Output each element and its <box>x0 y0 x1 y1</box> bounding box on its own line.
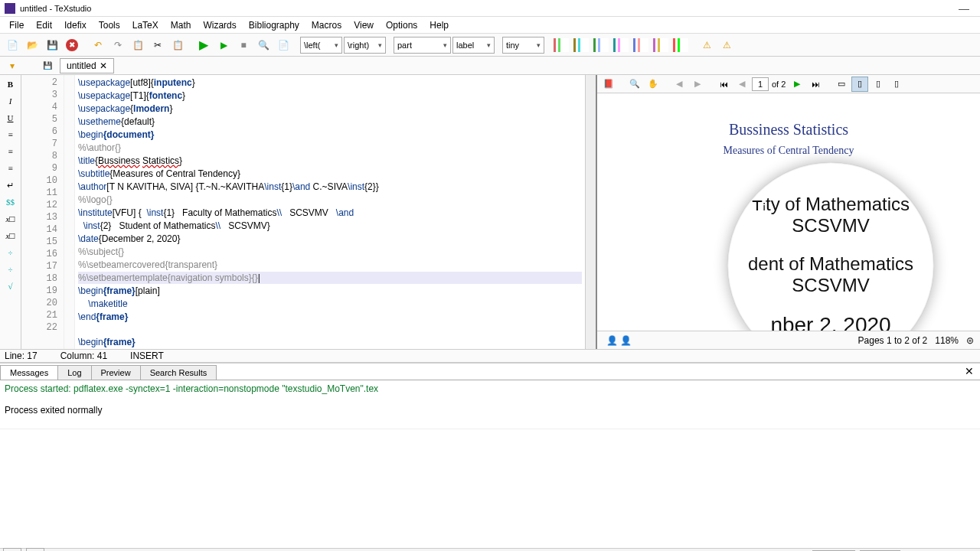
code-editor[interactable]: 2345678910111213141516171819202122 \usep… <box>21 75 596 349</box>
align-left-button[interactable]: ≡ <box>2 127 19 142</box>
table-btn-1[interactable] <box>552 36 570 54</box>
titlebar: untitled - TeXstudio — <box>0 0 980 17</box>
fit-page-button[interactable]: ▯ <box>851 77 868 92</box>
table-btn-4[interactable] <box>612 36 630 54</box>
compile-button[interactable] <box>214 36 233 54</box>
menu-help[interactable]: Help <box>423 18 455 32</box>
page-input[interactable] <box>752 77 769 91</box>
table-btn-5[interactable] <box>632 36 650 54</box>
menu-options[interactable]: Options <box>380 18 423 32</box>
zoom-label[interactable]: 118% <box>935 335 959 346</box>
structure-button[interactable]: ▤ <box>3 548 21 552</box>
frac-button[interactable]: ÷ <box>2 245 19 260</box>
new-button[interactable] <box>3 36 21 54</box>
bookmarks-button[interactable]: ▦ <box>26 548 44 552</box>
redo-button[interactable] <box>109 36 127 54</box>
menu-math[interactable]: Math <box>165 18 198 32</box>
next-page-button[interactable] <box>789 77 805 92</box>
subscript-button[interactable]: x□ <box>2 211 19 227</box>
section-combo[interactable]: part <box>394 37 451 54</box>
menu-edit[interactable]: Edit <box>30 18 58 32</box>
preview-content[interactable]: Bussiness Statistics Measures of Central… <box>597 93 980 331</box>
warn-button-1[interactable] <box>697 36 716 54</box>
fit-width-button[interactable]: ▭ <box>833 77 850 92</box>
status-line: Line: 17 <box>5 350 38 361</box>
right-delim-combo[interactable]: \right) <box>344 37 386 54</box>
left-delim-combo[interactable]: \left( <box>300 37 342 54</box>
save-button[interactable] <box>43 36 61 54</box>
pdf-preview: ◀ ▶ of 2 ▭ ▯ ▯ ▯ Bussiness Statistics Me… <box>596 75 980 349</box>
menu-view[interactable]: View <box>348 18 380 32</box>
editor-scrollbar[interactable] <box>585 75 596 349</box>
math-button[interactable]: $$ <box>2 194 19 210</box>
menu-wizards[interactable]: Wizards <box>197 18 242 32</box>
mag-line-1: ᴛᵢty of Mathematics <box>752 194 910 215</box>
align-right-button[interactable]: ≡ <box>2 161 19 176</box>
preview-footer: 👤 👤 Pages 1 to 2 of 2 118% ⊜ <box>597 331 980 349</box>
pages-label: Pages 1 to 2 of 2 <box>858 335 928 346</box>
superscript-button[interactable]: x□ <box>2 228 19 243</box>
menu-file[interactable]: File <box>3 18 30 32</box>
table-btn-2[interactable] <box>572 36 590 54</box>
warn-button-2[interactable] <box>717 36 736 54</box>
table-btn-3[interactable] <box>592 36 610 54</box>
menu-latex[interactable]: LaTeX <box>126 18 165 32</box>
open-button[interactable] <box>23 36 41 54</box>
process-exited-msg: Process exited normally <box>5 405 975 416</box>
magnifier-button[interactable] <box>626 77 643 92</box>
close-button[interactable] <box>63 36 81 54</box>
tab-search-results[interactable]: Search Results <box>140 365 217 380</box>
tab-messages[interactable]: Messages <box>0 365 58 380</box>
fold-gutter <box>64 75 75 349</box>
doclist-button[interactable]: ▾ <box>3 57 21 75</box>
stop-button[interactable] <box>234 36 253 54</box>
prev-page-button[interactable] <box>733 77 750 92</box>
align-center-button[interactable]: ≡ <box>2 144 19 159</box>
code-area[interactable]: \usepackage[utf8]{inputenc} \usepackage[… <box>75 75 585 349</box>
last-page-button[interactable] <box>807 77 824 92</box>
zoom-fit-icon[interactable]: ⊜ <box>966 335 974 346</box>
label-combo[interactable]: label <box>452 37 495 54</box>
menu-idefix[interactable]: Idefix <box>58 18 93 32</box>
nav-fwd-button[interactable]: ▶ <box>689 77 706 92</box>
line-gutter: 2345678910111213141516171819202122 <box>21 75 64 349</box>
table-btn-7[interactable] <box>671 36 690 54</box>
menu-macros[interactable]: Macros <box>305 18 348 32</box>
newline-button[interactable]: ↵ <box>2 178 19 193</box>
mag-line-4: SCSVMV <box>792 275 869 296</box>
minimize-button[interactable]: — <box>952 2 975 15</box>
document-tab[interactable]: untitled ✕ <box>60 58 114 73</box>
status-mode: INSERT <box>130 350 164 361</box>
tab-close-icon[interactable]: ✕ <box>100 60 107 71</box>
cut-button[interactable] <box>149 36 167 54</box>
tab-save-icon <box>38 57 57 75</box>
menu-tools[interactable]: Tools <box>93 18 126 32</box>
tab-label: untitled <box>67 60 96 71</box>
bold-button[interactable]: B <box>2 77 19 92</box>
view-button[interactable] <box>254 36 273 54</box>
tab-preview[interactable]: Preview <box>91 365 141 380</box>
hand-button[interactable] <box>645 77 662 92</box>
continuous-button[interactable]: ▯ <box>870 77 887 92</box>
messages-tabs: Messages Log Preview Search Results ✕ <box>0 364 980 380</box>
fontsize-combo[interactable]: tiny <box>502 37 544 54</box>
copy-button[interactable] <box>129 36 147 54</box>
nav-back-button[interactable]: ◀ <box>671 77 688 92</box>
build-button[interactable] <box>194 36 213 54</box>
first-page-button[interactable] <box>715 77 732 92</box>
pdf-icon[interactable] <box>600 77 617 92</box>
underline-button[interactable]: U <box>2 110 19 126</box>
grid-button[interactable]: ▯ <box>888 77 905 92</box>
table-btn-6[interactable] <box>652 36 670 54</box>
tab-log[interactable]: Log <box>57 365 91 380</box>
viewlog-button[interactable] <box>274 36 292 54</box>
paste-button[interactable] <box>168 36 187 54</box>
dfrac-button[interactable]: ÷ <box>2 262 19 277</box>
italic-button[interactable]: I <box>2 93 19 109</box>
menu-bibliography[interactable]: Bibliography <box>243 18 305 32</box>
undo-button[interactable] <box>89 36 107 54</box>
slide-title: Bussiness Statistics <box>605 121 972 139</box>
slide-subtitle: Measures of Central Tendency <box>605 145 972 157</box>
sqrt-button[interactable]: √ <box>2 279 19 294</box>
panel-close-button[interactable]: ✕ <box>965 365 974 377</box>
